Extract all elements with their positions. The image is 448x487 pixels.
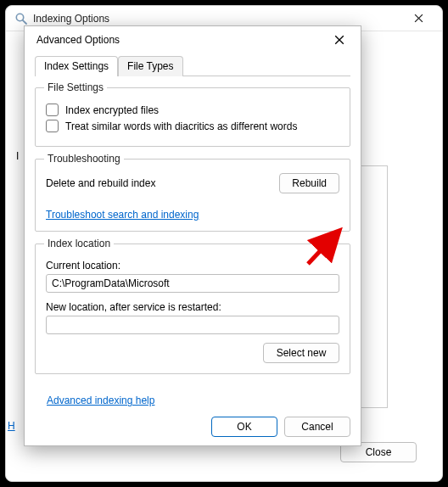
current-location-label: Current location: xyxy=(46,260,339,271)
new-location-field[interactable] xyxy=(46,316,339,334)
dialog-title: Advanced Options xyxy=(36,34,323,46)
dialog-close-button[interactable] xyxy=(323,27,356,53)
index-location-legend: Index location xyxy=(44,238,114,249)
truncated-label: I xyxy=(16,150,19,162)
select-new-button[interactable]: Select new xyxy=(263,343,339,363)
current-location-field[interactable] xyxy=(46,274,339,293)
advanced-indexing-help-link[interactable]: Advanced indexing help xyxy=(47,395,154,406)
rebuild-button[interactable]: Rebuild xyxy=(279,173,339,193)
tab-bar: Index Settings File Types xyxy=(35,55,350,76)
tab-file-types[interactable]: File Types xyxy=(118,56,182,76)
help-link-truncated[interactable]: H xyxy=(8,420,15,432)
close-icon xyxy=(414,14,423,23)
file-settings-group: File Settings Index encrypted files Trea… xyxy=(35,87,350,147)
advanced-options-dialog: Advanced Options Index Settings File Typ… xyxy=(24,25,361,446)
troubleshooting-group: Troubleshooting Delete and rebuild index… xyxy=(35,159,350,232)
dialog-footer: OK Cancel xyxy=(35,417,350,437)
ok-button[interactable]: OK xyxy=(211,417,277,437)
troubleshooting-legend: Troubleshooting xyxy=(44,153,124,165)
rebuild-label: Delete and rebuild index xyxy=(46,177,155,189)
index-encrypted-label: Index encrypted files xyxy=(65,104,159,116)
index-encrypted-row: Index encrypted files xyxy=(46,104,339,116)
troubleshoot-link[interactable]: Troubleshoot search and indexing xyxy=(46,209,199,221)
cancel-button[interactable]: Cancel xyxy=(284,417,350,437)
window-title: Indexing Options xyxy=(33,13,400,25)
dialog-titlebar: Advanced Options xyxy=(25,26,361,53)
window-close-button[interactable] xyxy=(400,7,437,31)
index-settings-panel: File Settings Index encrypted files Trea… xyxy=(35,81,350,405)
close-icon xyxy=(334,35,344,45)
index-encrypted-checkbox[interactable] xyxy=(46,104,59,116)
diacritics-checkbox[interactable] xyxy=(46,120,59,132)
tab-index-settings[interactable]: Index Settings xyxy=(35,56,118,76)
diacritics-row: Treat similar words with diacritics as d… xyxy=(46,120,339,132)
new-location-label: New location, after service is restarted… xyxy=(46,301,339,313)
file-settings-legend: File Settings xyxy=(44,81,107,93)
diacritics-label: Treat similar words with diacritics as d… xyxy=(65,120,297,132)
search-icon xyxy=(14,12,28,25)
svg-line-1 xyxy=(23,20,26,23)
index-location-group: Index location Current location: New loc… xyxy=(35,244,350,374)
